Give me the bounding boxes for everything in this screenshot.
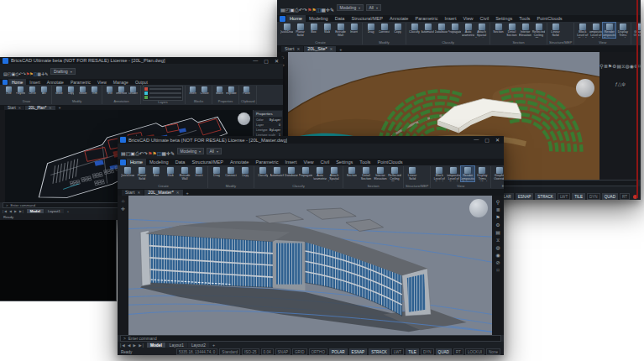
layout-tab[interactable]: Layout1 — [45, 209, 64, 214]
ribbon-button[interactable]: Block Level of Detail — [432, 166, 446, 181]
status-toggle[interactable]: LOCKUI — [465, 348, 484, 355]
ribbon-tab[interactable]: View — [301, 159, 317, 165]
status-toggle[interactable]: QUAD — [436, 348, 452, 355]
layer-color-swatch[interactable] — [144, 87, 148, 91]
ribbon-button[interactable]: Slab — [321, 23, 333, 34]
layout-nav-arrows[interactable]: |◀ ◀ ▶ ▶| — [120, 343, 144, 348]
ribbon-tab[interactable]: Modeling — [306, 15, 332, 22]
ribbon-tab[interactable]: Insert — [442, 15, 460, 22]
close-icon[interactable]: ✕ — [49, 106, 51, 110]
layer-row[interactable] — [144, 87, 181, 91]
ribbon-tab[interactable]: Annotate — [227, 159, 252, 165]
close-icon[interactable]: ✕ — [18, 106, 21, 110]
ribbon-button[interactable]: Classify — [408, 23, 421, 34]
toolbar-icon[interactable]: ✛ — [121, 207, 125, 212]
layer-control[interactable] — [143, 86, 183, 101]
ribbon-tab[interactable]: Home — [127, 159, 146, 165]
layout-nav-arrows[interactable]: |◀ ◀ ▶ ▶| — [3, 209, 24, 213]
ribbon-tab[interactable]: Parametric — [411, 15, 441, 22]
ribbon-button[interactable]: Attach Spatial Location — [475, 23, 488, 38]
ribbon-button[interactable]: Arc — [39, 86, 50, 96]
close-icon[interactable]: ✕ — [176, 191, 180, 195]
status-toggle[interactable]: RT — [453, 348, 463, 355]
ribbon-button[interactable]: Extrude Wall — [178, 166, 191, 180]
close-button[interactable]: ✕ — [275, 58, 279, 64]
profile-dropdown[interactable]: All▾ — [207, 148, 222, 154]
ribbon-button[interactable]: Render Composition Settings — [461, 166, 474, 181]
ribbon-button[interactable]: Detail Section — [359, 166, 373, 180]
ribbon-tab[interactable]: View — [460, 15, 477, 22]
ribbon-button[interactable]: Rotate — [77, 86, 88, 96]
ribbon-tab[interactable]: Insert — [26, 79, 44, 85]
layer-row[interactable] — [144, 92, 181, 95]
status-toggle[interactable]: TILE — [572, 193, 585, 200]
ribbon-button[interactable]: Automatch — [421, 23, 434, 34]
qat-icon[interactable]: ✎ — [330, 8, 334, 13]
qat-icon[interactable]: ✎ — [170, 151, 175, 156]
ribbon-tab[interactable]: Structural/MEP — [188, 159, 227, 165]
status-toggle[interactable]: LWT — [391, 348, 404, 355]
ribbon-button[interactable]: Polyline — [15, 86, 26, 96]
ribbon-button[interactable]: Slab — [164, 166, 177, 177]
layout-tab[interactable]: Model — [27, 209, 44, 214]
layer-row[interactable] — [144, 96, 181, 99]
ribbon-tab[interactable]: Annotate — [386, 15, 411, 22]
ribbon-tab[interactable]: Manage — [110, 79, 132, 85]
ribbon-button[interactable]: Section — [492, 23, 505, 34]
ribbon-button[interactable]: Auto Parametrize — [462, 23, 474, 37]
status-toggle[interactable]: ISO-25 — [242, 348, 259, 355]
ribbon-button[interactable]: Explode — [226, 86, 237, 96]
ribbon-button[interactable]: Composition Level of Detail — [589, 23, 602, 38]
panel-tab-icon[interactable]: ⚑ — [495, 215, 500, 220]
status-toggle[interactable]: SNAP — [275, 348, 291, 355]
panel-tab-icon[interactable]: ψ — [621, 81, 625, 86]
layout-tab[interactable]: Model — [147, 343, 165, 348]
ribbon-tab[interactable]: Data — [332, 15, 348, 22]
ribbon-button[interactable]: Copy — [391, 23, 404, 34]
ribbon-button[interactable]: Graphic Override — [493, 166, 504, 180]
ribbon-tab[interactable]: Structural/MEP — [348, 15, 386, 22]
ribbon-button[interactable]: Trim — [89, 86, 100, 96]
ribbon-button[interactable]: Propagate — [299, 166, 312, 177]
add-layout-button[interactable]: + — [210, 343, 217, 348]
status-toggle[interactable]: ESNAP — [349, 348, 368, 355]
layout-tab[interactable]: Layout2 — [188, 343, 209, 348]
ribbon-button[interactable]: Interior Elevation — [519, 23, 531, 37]
ribbon-tab[interactable]: Settings — [492, 15, 516, 22]
ribbon-tab[interactable]: Tools — [516, 15, 533, 22]
panel-tab-icon[interactable]: ⌑ — [496, 268, 499, 273]
ribbon-button[interactable]: Block Level of Detail — [576, 23, 589, 38]
close-button[interactable]: ✕ — [495, 137, 500, 143]
profile-dropdown[interactable]: All▾ — [366, 4, 381, 11]
workspace-dropdown[interactable]: Drafting▾ — [50, 68, 76, 75]
status-toggle[interactable]: STRACK — [535, 193, 556, 200]
navigation-sphere[interactable] — [469, 199, 488, 217]
ribbon-button[interactable]: Linear Solid — [406, 166, 419, 180]
layer-color-swatch[interactable] — [144, 96, 148, 99]
status-toggle[interactable]: ESNAP — [516, 193, 534, 200]
ribbon-button[interactable]: Insert — [192, 166, 206, 177]
command-input[interactable]: > Enter command — [120, 335, 501, 342]
ribbon-button[interactable]: Planar Solid — [135, 166, 149, 180]
title-bar[interactable]: BricsCAD Ultimate beta (NOT FOR RESALE) … — [118, 136, 504, 144]
close-icon[interactable]: ✕ — [137, 191, 140, 195]
ribbon-tab[interactable]: Output — [132, 79, 151, 85]
close-icon[interactable]: ✕ — [330, 47, 333, 51]
ribbon-button[interactable]: Insert — [187, 86, 198, 96]
ribbon-button[interactable]: Propagate — [448, 23, 461, 34]
panel-tab-icon[interactable]: ≣ — [495, 207, 500, 212]
ribbon-button[interactable]: Classify — [256, 166, 270, 177]
ribbon-button[interactable]: Insert — [348, 23, 360, 34]
ribbon-tab[interactable]: Tools — [356, 159, 374, 165]
close-icon[interactable]: ✕ — [296, 47, 300, 51]
ribbon-button[interactable]: Auto Parametrize — [313, 166, 327, 180]
status-toggle[interactable]: TILE — [406, 348, 419, 355]
panel-tab-icon[interactable]: ⊘ — [495, 260, 500, 265]
ribbon-button[interactable]: Paste — [241, 86, 252, 96]
status-toggle[interactable]: Standard — [219, 348, 240, 355]
ribbon-button[interactable]: Render Composition Settings — [603, 23, 615, 38]
ribbon-button[interactable]: Display Trims and Ends — [475, 166, 489, 181]
status-toggle[interactable]: STRACK — [369, 348, 390, 355]
ribbon-button[interactable]: Database — [285, 166, 298, 177]
document-tab[interactable]: 20L_Master*✕ — [144, 190, 182, 196]
